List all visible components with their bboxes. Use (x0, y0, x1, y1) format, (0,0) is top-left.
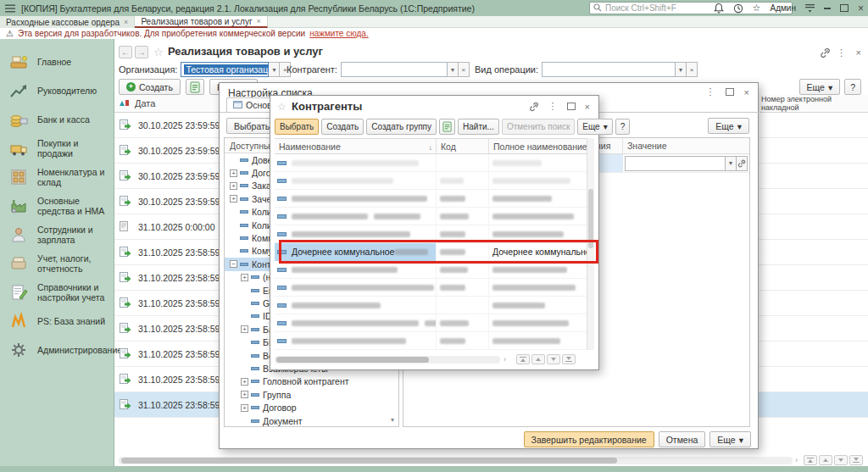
value-link-icon[interactable] (737, 156, 748, 171)
forward-button[interactable] (135, 46, 148, 58)
current-user[interactable]: Админ (770, 3, 796, 13)
date-column-header[interactable]: Дата (135, 98, 155, 108)
contragent-clear-icon[interactable] (459, 62, 470, 77)
copy-button[interactable] (186, 79, 204, 95)
counterparty-row[interactable] (275, 172, 588, 190)
copy-button[interactable] (439, 119, 455, 135)
operation-clear-icon[interactable] (687, 62, 698, 77)
expand-icon[interactable]: + (241, 274, 248, 281)
counterparty-row[interactable] (275, 154, 588, 172)
go-last-button[interactable] (849, 455, 863, 465)
dialog-maximize-icon[interactable] (726, 88, 734, 96)
expand-icon[interactable]: + (241, 391, 248, 398)
counterparty-row[interactable] (275, 297, 588, 314)
sidebar-item-home[interactable]: Главное (0, 47, 114, 76)
code-column-header[interactable]: Код (437, 139, 489, 153)
horizontal-scrollbar[interactable] (275, 356, 500, 364)
more-button[interactable]: Еще (799, 79, 841, 95)
go-last-button[interactable] (562, 354, 576, 364)
expand-icon[interactable]: + (241, 404, 248, 412)
settings-more-button[interactable]: Еще (708, 118, 749, 134)
favorite-star-icon[interactable] (153, 46, 164, 58)
get-link-icon[interactable] (820, 47, 831, 60)
tree-scroll-down-icon[interactable] (391, 416, 394, 424)
collapse-icon[interactable]: − (230, 260, 237, 268)
counterparty-row[interactable] (275, 208, 588, 225)
go-down-button[interactable] (547, 354, 560, 364)
minimize-button[interactable] (824, 8, 831, 9)
history-icon[interactable] (733, 3, 743, 14)
contragent-field[interactable] (341, 62, 448, 77)
value-input[interactable] (625, 156, 726, 171)
tab-close-icon[interactable] (257, 17, 261, 25)
sidebar-item-assets[interactable]: Основные средства и НМА (0, 192, 114, 220)
go-up-button[interactable] (819, 455, 832, 465)
sidebar-item-reports[interactable]: Учет, налоги, отчетность (0, 249, 114, 278)
counterparty-row[interactable]: Дочернее коммунальноеДочернее коммунальн… (275, 243, 588, 261)
value-dropdown-icon[interactable] (726, 156, 737, 171)
contragent-dropdown-icon[interactable] (448, 62, 459, 77)
create-button[interactable]: +Создать (119, 79, 181, 95)
scrollbar-thumb[interactable] (276, 357, 429, 363)
main-menu-icon[interactable] (5, 4, 15, 13)
help-button[interactable]: ? (615, 119, 631, 135)
maximize-button[interactable] (840, 4, 849, 12)
vertical-scrollbar[interactable] (587, 138, 594, 350)
sidebar-item-gear[interactable]: Администрирование (0, 336, 114, 364)
tree-item[interactable]: +Головной контрагент (225, 375, 398, 388)
dialog-more-icon[interactable] (706, 86, 715, 97)
scrollbar-thumb[interactable] (588, 189, 593, 248)
expand-icon[interactable]: + (241, 378, 248, 386)
service-menu-icon[interactable] (805, 3, 815, 13)
go-first-button[interactable] (516, 354, 530, 364)
sidebar-item-warehouse[interactable]: Номенклатура и склад (0, 163, 114, 192)
warning-link[interactable]: нажмите сюда. (309, 29, 369, 38)
name-column-header[interactable]: Наименование (275, 139, 437, 153)
form-more-icon[interactable] (837, 47, 846, 58)
expand-icon[interactable]: + (230, 182, 237, 190)
cancel-search-button[interactable]: Отменить поиск (502, 119, 575, 135)
dialog-close-icon[interactable] (744, 87, 749, 97)
go-up-button[interactable] (531, 354, 545, 364)
sidebar-item-refs[interactable]: Справочники и настройки учета (0, 278, 114, 307)
counterparty-row[interactable] (275, 261, 588, 279)
select-button[interactable]: Выбрать (275, 119, 319, 135)
dialog-link-icon[interactable] (529, 102, 539, 112)
scroll-right-icon[interactable]: › (795, 456, 798, 464)
favorite-star-icon[interactable] (277, 101, 287, 113)
go-down-button[interactable] (834, 455, 848, 465)
back-button[interactable] (119, 46, 132, 58)
sidebar-item-truck[interactable]: Покупки и продажи (0, 134, 114, 163)
counterparty-row[interactable] (275, 314, 588, 332)
sidebar-item-chart[interactable]: Руководителю (0, 76, 114, 105)
close-form-icon[interactable] (856, 47, 861, 58)
cancel-button[interactable]: Отмена (659, 431, 706, 447)
finish-editing-button[interactable]: Завершить редактирование (524, 431, 654, 447)
favorites-star-icon[interactable] (753, 3, 761, 14)
tree-item[interactable]: +Группа (225, 388, 398, 401)
find-button[interactable]: Найти... (458, 119, 499, 135)
dialog-more-icon[interactable] (548, 101, 558, 112)
operation-kind-field[interactable] (542, 62, 676, 77)
help-button[interactable]: ? (844, 79, 861, 95)
dialog-maximize-icon[interactable] (567, 103, 576, 110)
einvoice-column-header[interactable]: Номер электронной накладной (758, 95, 868, 113)
tree-item[interactable]: +Договор (225, 401, 398, 414)
fullname-column-header[interactable]: Полное наименование (489, 139, 588, 153)
scroll-right-icon[interactable]: › (504, 355, 506, 364)
counterparty-row[interactable] (275, 225, 588, 243)
tree-item[interactable]: Документ (225, 414, 398, 427)
counterparty-row[interactable] (275, 190, 588, 208)
sidebar-item-bank[interactable]: Банк и касса (0, 105, 114, 134)
expand-icon[interactable]: + (241, 325, 248, 333)
expand-icon[interactable]: + (230, 169, 237, 177)
counterparty-row[interactable] (275, 332, 588, 350)
notifications-bell-icon[interactable] (714, 3, 724, 14)
tab-1[interactable]: Расходные кассовые ордера (0, 16, 135, 28)
more-button[interactable]: Еще (577, 119, 612, 135)
create-group-button[interactable]: Создать группу (366, 119, 437, 135)
sidebar-item-knowledge[interactable]: PS: База знаний (0, 307, 114, 336)
horizontal-scrollbar[interactable] (119, 457, 793, 464)
sidebar-item-people[interactable]: Сотрудники и зарплата (0, 220, 114, 249)
go-first-button[interactable] (804, 455, 817, 465)
